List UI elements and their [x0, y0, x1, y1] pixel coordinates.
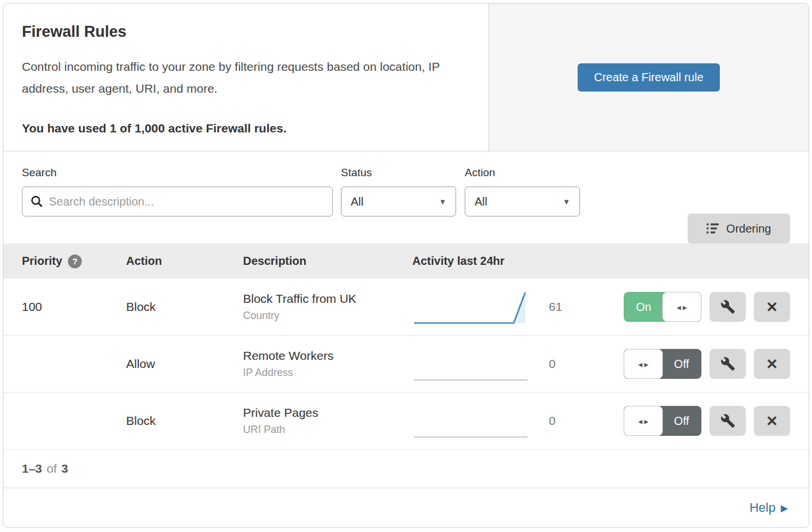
- toggle-state-label: On: [624, 292, 663, 322]
- table-header: Priority ? Action Description Activity l…: [3, 244, 809, 279]
- activity-cell: 61: [412, 289, 572, 325]
- toggle-handle[interactable]: ◂ ▸: [624, 349, 663, 379]
- status-group: Status All ▼: [341, 166, 456, 244]
- action-cell: Block: [126, 300, 243, 314]
- ordering-button-label: Ordering: [726, 222, 771, 235]
- close-icon: ✕: [766, 356, 778, 373]
- row-controls: ◂ ▸ Off ✕: [624, 406, 790, 436]
- pagination-of-label: of: [47, 462, 57, 476]
- column-priority: Priority ?: [22, 254, 126, 268]
- status-label: Status: [341, 166, 456, 179]
- activity-count: 0: [549, 357, 572, 371]
- column-description: Description: [243, 254, 412, 268]
- activity-sparkline: [412, 403, 530, 439]
- activity-sparkline: [412, 346, 530, 382]
- activity-cell: 0: [412, 403, 572, 439]
- pagination-range: 1–3: [22, 462, 42, 476]
- arrow-left-icon: ◂: [677, 303, 681, 311]
- page-title: Firewall Rules: [22, 23, 465, 41]
- rule-match-type: Country: [243, 310, 412, 322]
- description-cell: Remote Workers IP Address: [243, 349, 412, 379]
- arrow-right-icon: ▸: [644, 360, 649, 368]
- priority-help-icon[interactable]: ?: [68, 254, 82, 268]
- table-row: 100 Block Block Traffic from UK Country …: [3, 279, 809, 336]
- status-select[interactable]: All ▼: [341, 187, 456, 216]
- header-action-panel: Create a Firewall rule: [489, 3, 809, 151]
- ordering-button[interactable]: Ordering: [688, 214, 790, 244]
- search-label: Search: [22, 166, 333, 179]
- rule-enabled-toggle[interactable]: ◂ ▸ Off: [624, 349, 701, 379]
- arrow-left-icon: ◂: [638, 417, 643, 425]
- activity-count: 0: [549, 414, 572, 428]
- rule-description: Private Pages: [243, 406, 412, 420]
- close-icon: ✕: [766, 299, 778, 316]
- activity-sparkline: [412, 289, 530, 325]
- activity-count: 61: [549, 300, 572, 314]
- priority-cell: 100: [22, 300, 126, 314]
- chevron-down-icon: ▼: [563, 197, 570, 206]
- arrow-left-icon: ◂: [638, 360, 643, 368]
- action-select[interactable]: All ▼: [465, 187, 580, 216]
- search-group: Search: [22, 166, 333, 244]
- wrench-icon: [720, 356, 735, 371]
- row-controls: ◂ ▸ Off ✕: [624, 349, 790, 379]
- page-description: Control incoming traffic to your zone by…: [22, 56, 465, 100]
- header-section: Firewall Rules Control incoming traffic …: [3, 3, 809, 151]
- arrow-right-icon: ▸: [644, 417, 649, 425]
- rule-match-type: IP Address: [243, 367, 412, 379]
- activity-cell: 0: [412, 346, 572, 382]
- search-icon: [31, 195, 43, 208]
- ordered-list-icon: [707, 223, 719, 234]
- help-bar: Help ▶: [3, 488, 809, 527]
- status-value: All: [351, 195, 363, 208]
- delete-rule-button[interactable]: ✕: [754, 349, 790, 379]
- edit-rule-button[interactable]: [709, 292, 746, 322]
- rule-description: Remote Workers: [243, 349, 412, 363]
- help-link-label: Help: [749, 500, 775, 515]
- arrow-right-icon: ▸: [683, 303, 688, 311]
- edit-rule-button[interactable]: [709, 349, 746, 379]
- header-text-panel: Firewall Rules Control incoming traffic …: [3, 3, 489, 151]
- rule-enabled-toggle[interactable]: ◂ ▸ Off: [624, 406, 701, 436]
- toggle-handle[interactable]: ◂ ▸: [662, 292, 701, 322]
- action-label: Action: [465, 166, 580, 179]
- column-priority-label: Priority: [22, 254, 62, 268]
- wrench-icon: [720, 299, 735, 314]
- close-icon: ✕: [766, 413, 778, 430]
- action-group: Action All ▼: [465, 166, 580, 244]
- row-controls: On ◂ ▸ ✕: [624, 292, 790, 322]
- column-action: Action: [126, 254, 243, 268]
- table-row: Block Private Pages URI Path 0 ◂ ▸ Off: [3, 393, 809, 450]
- description-cell: Block Traffic from UK Country: [243, 292, 412, 322]
- toggle-state-label: Off: [662, 406, 701, 436]
- delete-rule-button[interactable]: ✕: [754, 406, 790, 436]
- firewall-rules-card: Firewall Rules Control incoming traffic …: [3, 3, 809, 528]
- ordering-wrap: Ordering: [688, 166, 790, 244]
- rule-enabled-toggle[interactable]: On ◂ ▸: [624, 292, 701, 322]
- search-box: [22, 187, 333, 216]
- rule-match-type: URI Path: [243, 424, 412, 436]
- create-firewall-rule-button[interactable]: Create a Firewall rule: [578, 63, 719, 92]
- action-cell: Block: [126, 414, 243, 428]
- description-cell: Private Pages URI Path: [243, 406, 412, 436]
- delete-rule-button[interactable]: ✕: [754, 292, 790, 322]
- filter-bar: Search Status All ▼ Action All ▼: [3, 151, 809, 244]
- column-activity: Activity last 24hr: [412, 254, 504, 268]
- action-cell: Allow: [126, 357, 243, 371]
- pagination-total: 3: [62, 462, 69, 476]
- search-input[interactable]: [49, 195, 324, 208]
- toggle-state-label: Off: [662, 349, 701, 379]
- wrench-icon: [720, 413, 735, 428]
- action-value: All: [475, 195, 487, 208]
- toggle-handle[interactable]: ◂ ▸: [624, 406, 663, 436]
- edit-rule-button[interactable]: [709, 406, 746, 436]
- pagination-bar: 1–3 of 3: [3, 450, 809, 488]
- chevron-down-icon: ▼: [439, 197, 446, 206]
- usage-note: You have used 1 of 1,000 active Firewall…: [22, 121, 465, 135]
- arrow-right-icon: ▶: [781, 503, 788, 514]
- help-link[interactable]: Help ▶: [749, 500, 788, 515]
- rule-description: Block Traffic from UK: [243, 292, 412, 306]
- table-row: Allow Remote Workers IP Address 0 ◂ ▸ Of…: [3, 336, 809, 393]
